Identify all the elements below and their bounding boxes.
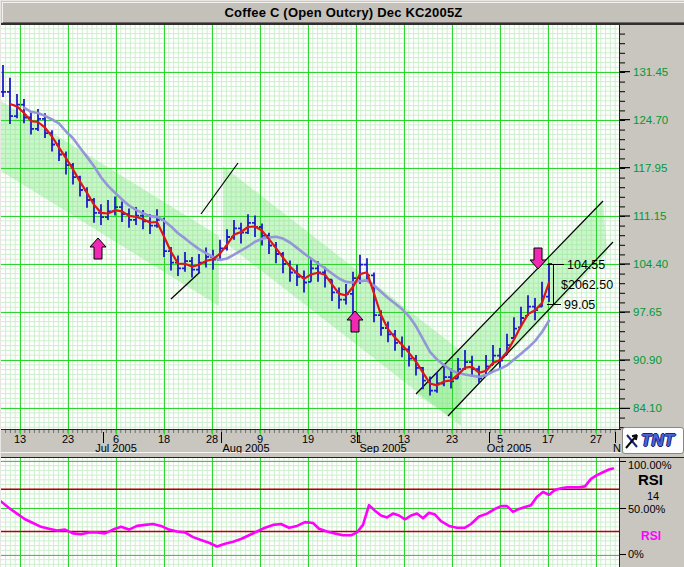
date-axis-day-label: 18 xyxy=(158,433,170,445)
trend-channel-band xyxy=(1,101,219,306)
tnt-logo-text: TNT xyxy=(641,431,674,451)
date-axis-day-label: 13 xyxy=(14,433,26,445)
price-axis-label: 131.45 xyxy=(633,66,668,78)
rsi-legend-label: RSI xyxy=(641,529,661,543)
chart-window: Coffee C (Open Outcry) Dec KC2005Z 104.5… xyxy=(0,0,684,567)
price-axis-label: 117.95 xyxy=(633,162,667,174)
date-axis: 13236182891931132351727Jul 2005Aug 2005S… xyxy=(1,429,621,453)
price-axis: 131.45124.70117.95111.15104.4097.6590.90… xyxy=(619,25,684,429)
measure-value-label: $2062.50 xyxy=(561,278,613,292)
tnt-logo-mark-icon xyxy=(625,432,640,450)
price-axis-label: 84.10 xyxy=(633,402,662,414)
date-axis-month-label: Jul 2005 xyxy=(95,442,137,453)
date-axis-month-label: Sep 2005 xyxy=(359,442,406,453)
date-axis-month-label: Aug 2005 xyxy=(222,442,269,453)
rsi-period-value: 14 xyxy=(647,490,659,502)
date-axis-svg: 13236182891931132351727Jul 2005Aug 2005S… xyxy=(1,430,621,453)
rsi-indicator-title: RSI xyxy=(638,471,663,488)
rsi-axis-50-label: 50.00% xyxy=(628,503,665,515)
price-axis-ticks xyxy=(620,25,625,428)
price-axis-label: 104.40 xyxy=(633,258,668,270)
price-axis-label: 111.15 xyxy=(633,210,666,222)
tnt-logo: TNT xyxy=(622,427,684,454)
date-axis-day-label: 23 xyxy=(62,433,74,445)
date-axis-day-label: 19 xyxy=(302,433,314,445)
measure-low-label: 99.05 xyxy=(564,298,595,312)
date-axis-day-label: 17 xyxy=(542,433,554,445)
measure-high-label: 104.55 xyxy=(567,258,605,272)
rsi-100-tick xyxy=(620,461,626,462)
date-axis-day-label: 28 xyxy=(206,433,218,445)
rsi-axis-100-label: 100.00% xyxy=(628,459,671,471)
rsi-50-tick xyxy=(620,508,626,509)
window-title: Coffee C (Open Outcry) Dec KC2005Z xyxy=(3,3,684,23)
rsi-grid-minor xyxy=(1,458,619,567)
window-title-bar[interactable]: Coffee C (Open Outcry) Dec KC2005Z xyxy=(2,2,684,23)
date-axis-day-label: 27 xyxy=(590,433,602,445)
rsi-svg xyxy=(1,458,619,567)
date-axis-partial-month-label: No xyxy=(613,442,621,453)
price-axis-label: 97.65 xyxy=(633,306,662,318)
price-chart-plot-area[interactable]: 104.55$2062.5099.05 xyxy=(1,25,619,429)
price-axis-label: 90.90 xyxy=(633,354,662,366)
date-axis-day-label: 23 xyxy=(446,433,458,445)
date-axis-month-label: Oct 2005 xyxy=(487,442,532,453)
price-axis-svg: 131.45124.70117.95111.15104.4097.6590.90… xyxy=(620,25,684,429)
rsi-plot-area[interactable] xyxy=(1,457,619,567)
rsi-axis-0-label: 0% xyxy=(628,548,644,560)
rsi-side-panel: 100.00% RSI 14 50.00% RSI 0% xyxy=(619,457,684,567)
price-axis-label: 124.70 xyxy=(633,114,668,126)
price-chart-svg: 104.55$2062.5099.05 xyxy=(1,25,619,429)
rsi-0-tick xyxy=(620,554,626,555)
